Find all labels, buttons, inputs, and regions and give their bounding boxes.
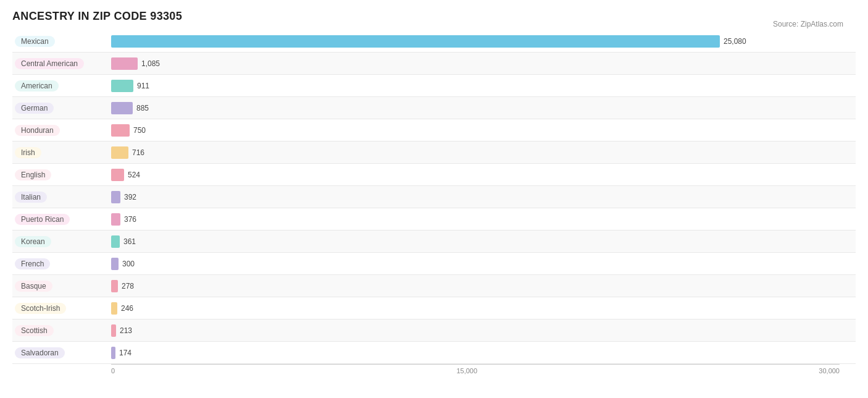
bar-row: Irish 716 xyxy=(12,142,856,164)
bar-label: German xyxy=(15,103,54,114)
bar-label: American xyxy=(15,80,59,91)
bar xyxy=(111,35,720,48)
bar-label: Scottish xyxy=(15,325,54,336)
bar-value: 300 xyxy=(122,260,135,268)
bar-value: 246 xyxy=(121,304,133,313)
bar-container: 524 xyxy=(111,164,856,185)
bar-container: 25,080 xyxy=(111,30,856,52)
bar-value: 1,085 xyxy=(141,59,160,68)
bar xyxy=(111,102,133,114)
bar-row: Scotch-Irish 246 xyxy=(12,297,856,320)
label-area: Italian xyxy=(12,192,111,203)
label-area: Scottish xyxy=(12,325,111,336)
label-area: German xyxy=(12,103,111,114)
bar xyxy=(111,169,124,181)
bar xyxy=(111,146,128,159)
label-area: Irish xyxy=(12,147,111,158)
bar xyxy=(111,324,116,337)
label-area: Salvadoran xyxy=(12,347,111,358)
bar-row: Italian 392 xyxy=(12,186,856,208)
bar-row: American 911 xyxy=(12,75,856,97)
bar-value: 25,080 xyxy=(724,37,746,46)
bar-container: 174 xyxy=(111,342,856,363)
bar-value: 524 xyxy=(128,171,140,179)
label-area: Puerto Rican xyxy=(12,214,111,225)
x-axis-tick: 30,000 xyxy=(819,367,840,375)
bar-value: 376 xyxy=(124,215,136,224)
bar-label: Salvadoran xyxy=(15,347,65,358)
bar-container: 300 xyxy=(111,253,856,274)
label-area: Central American xyxy=(12,58,111,69)
bar-label: Puerto Rican xyxy=(15,214,70,225)
bar-label: Central American xyxy=(15,58,84,69)
bar xyxy=(111,213,120,226)
bar-container: 392 xyxy=(111,186,856,208)
bar-label: English xyxy=(15,169,51,180)
bar-label: Mexican xyxy=(15,36,55,47)
label-area: French xyxy=(12,258,111,269)
bar xyxy=(111,124,130,137)
bar-label: Korean xyxy=(15,236,51,247)
bar xyxy=(111,258,119,270)
bar-container: 716 xyxy=(111,142,856,163)
label-area: Basque xyxy=(12,281,111,292)
chart-area: Mexican 25,080 Central American 1,085 Am… xyxy=(12,30,856,364)
bar-row: English 524 xyxy=(12,164,856,186)
label-area: American xyxy=(12,80,111,91)
source-label: Source: ZipAtlas.com xyxy=(773,20,843,28)
bar-row: Scottish 213 xyxy=(12,320,856,342)
bar xyxy=(111,235,120,248)
bar-container: 246 xyxy=(111,297,856,319)
x-axis-tick: 15,000 xyxy=(456,367,477,375)
chart-title: ANCESTRY IN ZIP CODE 93305 xyxy=(12,10,856,23)
bar-label: Basque xyxy=(15,281,52,292)
bar-row: German 885 xyxy=(12,97,856,119)
bar-value: 392 xyxy=(124,193,136,201)
bar-label: Irish xyxy=(15,147,41,158)
bar-row: Korean 361 xyxy=(12,231,856,253)
bar-label: Honduran xyxy=(15,125,60,136)
bar-row: Salvadoran 174 xyxy=(12,342,856,364)
bar-container: 376 xyxy=(111,208,856,230)
bar-row: Puerto Rican 376 xyxy=(12,208,856,231)
bar-value: 911 xyxy=(137,82,149,90)
label-area: Honduran xyxy=(12,125,111,136)
bar-row: Honduran 750 xyxy=(12,119,856,142)
bar-value: 750 xyxy=(133,126,146,135)
bar-row: Mexican 25,080 xyxy=(12,30,856,53)
label-area: English xyxy=(12,169,111,180)
bar-container: 911 xyxy=(111,75,856,96)
bar xyxy=(111,191,120,203)
label-area: Mexican xyxy=(12,36,111,47)
bar-container: 750 xyxy=(111,119,856,141)
bar-container: 885 xyxy=(111,97,856,119)
bar-label: French xyxy=(15,258,50,269)
bar-container: 213 xyxy=(111,320,856,341)
bar xyxy=(111,57,138,70)
label-area: Korean xyxy=(12,236,111,247)
bar-row: French 300 xyxy=(12,253,856,275)
bar-value: 716 xyxy=(132,148,144,157)
bar-row: Basque 278 xyxy=(12,275,856,297)
bar-value: 213 xyxy=(120,326,132,335)
bar xyxy=(111,80,133,92)
bar xyxy=(111,302,117,315)
bar-value: 278 xyxy=(122,282,134,290)
bar-container: 278 xyxy=(111,275,856,297)
bar-row: Central American 1,085 xyxy=(12,53,856,75)
label-area: Scotch-Irish xyxy=(12,303,111,314)
bar xyxy=(111,280,118,292)
bar-value: 174 xyxy=(119,349,131,357)
bar-container: 1,085 xyxy=(111,53,856,74)
x-axis-tick: 0 xyxy=(111,367,115,375)
bar xyxy=(111,347,115,359)
bar-label: Italian xyxy=(15,192,47,203)
bar-value: 361 xyxy=(123,237,136,246)
bar-label: Scotch-Irish xyxy=(15,303,66,314)
bar-container: 361 xyxy=(111,231,856,252)
bar-value: 885 xyxy=(136,104,149,112)
x-axis: 015,00030,000 xyxy=(111,367,840,375)
x-axis-line xyxy=(111,364,840,365)
